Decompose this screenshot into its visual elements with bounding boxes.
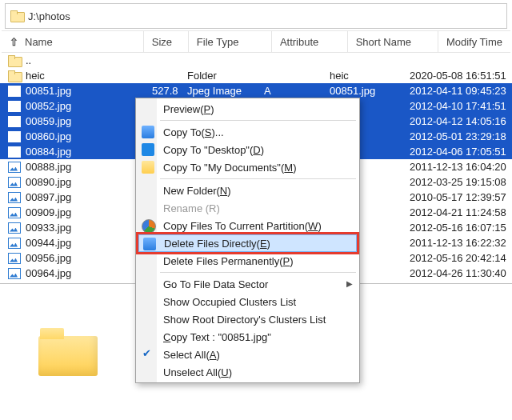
submenu-arrow-icon: ▶ (346, 279, 353, 288)
image-file-icon (8, 130, 21, 143)
header-name-label: Name (25, 36, 53, 48)
cell-modify: 2012-04-06 17:05:51 (410, 144, 512, 159)
cell-name: 00944.jpg (26, 235, 152, 250)
file-row[interactable]: 00851.jpg527.8Jpeg ImageA00851.jpg2012-0… (0, 83, 512, 98)
menu-delete-directly[interactable]: Delete Files Directly(E) (138, 234, 357, 252)
cell-name: heic (26, 68, 152, 83)
image-file-icon (8, 85, 21, 98)
cell-modify: 2012-03-25 19:15:08 (410, 174, 512, 190)
header-attribute[interactable]: Attribute (272, 31, 348, 52)
column-headers: ⇧ Name Size File Type Attribute Short Na… (2, 30, 510, 53)
address-bar[interactable]: J:\photos (5, 3, 507, 29)
image-file-icon (8, 191, 21, 204)
header-name[interactable]: ⇧ Name (2, 31, 144, 52)
menu-preview[interactable]: Preview(P) (138, 100, 358, 118)
my-documents-icon (142, 161, 154, 174)
menu-goto-sector-label: Go To File Data Sector (163, 278, 268, 290)
menu-unselect-all-label: Unselect All(U) (163, 366, 232, 378)
context-menu: Preview(P) Copy To(S)... Copy To "Deskto… (135, 98, 360, 383)
image-file-icon (8, 237, 21, 250)
folder-icon (10, 10, 23, 22)
folder-icon (8, 70, 21, 82)
cell-name: 00897.jpg (26, 190, 152, 205)
cell-name: 00909.jpg (26, 205, 152, 220)
cell-size: 527.8 (152, 83, 187, 98)
menu-copy-to-label: Copy To(S)... (163, 126, 224, 138)
cell-name: 00890.jpg (26, 174, 152, 190)
menu-unselect-all[interactable]: Unselect All(U) (138, 363, 358, 381)
cell-attr: A (264, 83, 330, 98)
menu-show-occupied-label: Show Occupied Clusters List (163, 296, 296, 308)
file-row[interactable]: heicFolderheic2020-05-08 16:51:51 (0, 68, 512, 83)
cell-modify: 2020-05-08 16:51:51 (410, 68, 512, 83)
cell-modify: 2012-04-12 14:05:16 (410, 114, 512, 129)
cell-modify: 2012-05-01 23:29:18 (410, 129, 512, 144)
image-file-icon (8, 267, 21, 280)
address-path: J:\photos (28, 10, 70, 22)
menu-copy-partition-label: Copy Files To Current Partition(W) (163, 220, 322, 232)
cell-modify: 2011-12-13 16:22:32 (410, 235, 512, 250)
cell-name: 00859.jpg (26, 114, 152, 129)
cell-name: 00956.jpg (26, 250, 152, 266)
cell-name: 00888.jpg (26, 159, 152, 174)
menu-preview-label: Preview(P) (163, 103, 214, 115)
header-shortname[interactable]: Short Name (348, 31, 438, 52)
cell-name: 00964.jpg (26, 266, 152, 281)
folder-icon (8, 54, 21, 67)
menu-select-all-label: Select All(A) (163, 349, 220, 361)
cell-modify: 2012-04-11 09:45:23 (410, 83, 512, 98)
image-file-icon (8, 100, 21, 113)
cell-short: 00851.jpg (330, 83, 410, 98)
menu-copy-docs-label: Copy To "My Documents"(M) (163, 162, 297, 174)
menu-select-all[interactable]: Select All(A) (138, 346, 358, 363)
menu-new-folder[interactable]: New Folder(N) (138, 182, 358, 199)
menu-new-folder-label: New Folder(N) (163, 185, 231, 197)
cell-name: 00860.jpg (26, 129, 152, 144)
menu-copy-to[interactable]: Copy To(S)... (138, 123, 358, 141)
cell-name: 00852.jpg (26, 98, 152, 114)
up-arrow-icon[interactable]: ⇧ (10, 36, 18, 48)
menu-delete-directly-label: Delete Files Directly(E) (164, 238, 270, 250)
menu-separator (160, 272, 356, 273)
menu-copy-docs[interactable]: Copy To "My Documents"(M) (138, 158, 358, 176)
menu-delete-permanently-label: Delete Files Permanently(P) (163, 255, 294, 267)
menu-show-root[interactable]: Show Root Directory's Clusters List (138, 310, 358, 328)
image-file-icon (8, 252, 21, 265)
menu-separator (160, 120, 356, 121)
menu-rename-label: Rename (R) (163, 202, 220, 214)
cell-short: heic (330, 68, 410, 83)
image-file-icon (8, 161, 21, 174)
preview-thumbnail (0, 284, 136, 420)
menu-goto-sector[interactable]: Go To File Data Sector ▶ (138, 275, 358, 293)
menu-copy-desktop-label: Copy To "Desktop"(D) (163, 144, 264, 156)
cell-name: 00884.jpg (26, 144, 152, 159)
cell-modify: 2011-12-13 16:04:20 (410, 159, 512, 174)
image-file-icon (8, 206, 21, 219)
desktop-icon (142, 143, 154, 156)
image-file-icon (8, 115, 21, 128)
cell-modify: 2012-05-16 20:42:14 (410, 250, 512, 266)
partition-icon (142, 219, 156, 234)
cell-modify: 2012-04-10 17:41:51 (410, 98, 512, 114)
header-size[interactable]: Size (144, 31, 189, 52)
cell-modify: 2012-04-26 11:30:40 (410, 266, 512, 281)
check-icon (142, 348, 154, 361)
copy-icon (142, 126, 154, 138)
cell-modify: 2010-05-17 12:39:57 (410, 190, 512, 205)
header-filetype[interactable]: File Type (189, 31, 272, 52)
cell-modify: 2012-05-16 16:07:15 (410, 220, 512, 235)
image-file-icon (8, 146, 21, 158)
menu-delete-permanently[interactable]: Delete Files Permanently(P) (138, 252, 358, 270)
menu-copy-text[interactable]: Copy Text : "00851.jpg" (138, 328, 358, 346)
cell-type: Jpeg Image (187, 83, 264, 98)
cell-name: 00851.jpg (26, 83, 152, 98)
folder-large-icon (38, 328, 98, 376)
header-modifytime[interactable]: Modify Time (438, 31, 510, 52)
menu-show-occupied[interactable]: Show Occupied Clusters List (138, 293, 358, 310)
menu-copy-text-label: Copy Text : "00851.jpg" (163, 331, 271, 343)
menu-copy-partition[interactable]: Copy Files To Current Partition(W) (138, 217, 358, 234)
menu-copy-desktop[interactable]: Copy To "Desktop"(D) (138, 141, 358, 158)
file-row[interactable]: .. (0, 53, 512, 68)
menu-show-root-label: Show Root Directory's Clusters List (163, 314, 326, 326)
cell-type: Folder (187, 68, 264, 83)
